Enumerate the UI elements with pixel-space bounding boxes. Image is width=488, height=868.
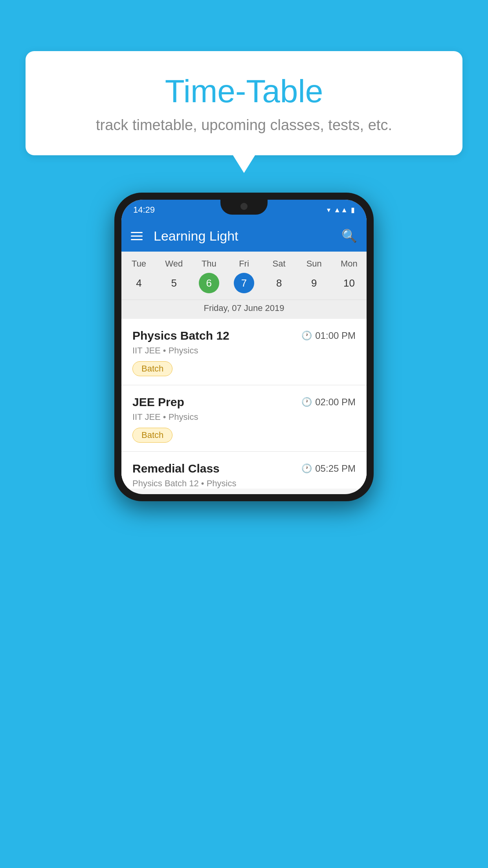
- time-value-2: 02:00 PM: [315, 397, 356, 408]
- bubble-subtitle: track timetable, upcoming classes, tests…: [49, 117, 439, 134]
- day-number-10[interactable]: 10: [332, 273, 367, 293]
- day-number-8[interactable]: 8: [262, 273, 297, 293]
- batch-badge-2: Batch: [132, 428, 172, 443]
- app-title: Learning Light: [154, 228, 334, 244]
- schedule-item-header-3: Remedial Class 🕐 05:25 PM: [132, 462, 356, 475]
- day-number-5[interactable]: 5: [156, 273, 191, 293]
- selected-date-label: Friday, 07 June 2019: [121, 300, 367, 319]
- speech-bubble-container: Time-Table track timetable, upcoming cla…: [26, 51, 462, 155]
- day-name-sun: Sun: [297, 259, 332, 269]
- schedule-item-title-2: JEE Prep: [132, 395, 184, 409]
- phone-mockup: 14:29 ▾ ▲▲ ▮ Learning Light 🔍: [114, 193, 374, 501]
- wifi-icon: ▾: [327, 206, 330, 214]
- schedule-item-3: Remedial Class 🕐 05:25 PM Physics Batch …: [121, 452, 367, 489]
- time-value-1: 01:00 PM: [315, 330, 356, 341]
- day-number-7[interactable]: 7: [226, 273, 261, 293]
- schedule-item-time-1: 🕐 01:00 PM: [301, 330, 356, 341]
- day-name-sat: Sat: [262, 259, 297, 269]
- day-numbers-row: 45678910: [121, 271, 367, 300]
- bubble-title: Time-Table: [49, 73, 439, 110]
- batch-badge-1: Batch: [132, 361, 172, 376]
- day-number-4[interactable]: 4: [121, 273, 156, 293]
- calendar-strip: TueWedThuFriSatSunMon 45678910 Friday, 0…: [121, 252, 367, 319]
- search-icon[interactable]: 🔍: [341, 228, 357, 243]
- phone-outer: 14:29 ▾ ▲▲ ▮ Learning Light 🔍: [114, 193, 374, 501]
- schedule-item-title-3: Remedial Class: [132, 462, 220, 475]
- schedule-item-time-2: 🕐 02:00 PM: [301, 397, 356, 408]
- schedule-item-subtitle-3: Physics Batch 12 • Physics: [132, 478, 356, 489]
- clock-icon-3: 🕐: [301, 463, 312, 474]
- day-name-thu: Thu: [191, 259, 226, 269]
- day-number-6[interactable]: 6: [191, 273, 226, 293]
- app-bar: Learning Light 🔍: [121, 220, 367, 252]
- day-name-mon: Mon: [332, 259, 367, 269]
- clock-icon-2: 🕐: [301, 397, 312, 407]
- day-name-tue: Tue: [121, 259, 156, 269]
- schedule-item-header-2: JEE Prep 🕐 02:00 PM: [132, 395, 356, 409]
- speech-bubble: Time-Table track timetable, upcoming cla…: [26, 51, 462, 155]
- time-value-3: 05:25 PM: [315, 463, 356, 474]
- phone-screen: 14:29 ▾ ▲▲ ▮ Learning Light 🔍: [121, 200, 367, 494]
- phone-camera: [240, 203, 248, 210]
- schedule-item-1: Physics Batch 12 🕐 01:00 PM IIT JEE • Ph…: [121, 319, 367, 385]
- status-icons: ▾ ▲▲ ▮: [327, 206, 355, 214]
- day-names-row: TueWedThuFriSatSunMon: [121, 252, 367, 271]
- day-name-fri: Fri: [226, 259, 261, 269]
- day-number-9[interactable]: 9: [297, 273, 332, 293]
- battery-icon: ▮: [351, 206, 355, 214]
- phone-notch: [220, 200, 268, 215]
- schedule-item-2: JEE Prep 🕐 02:00 PM IIT JEE • Physics Ba…: [121, 385, 367, 452]
- schedule-list: Physics Batch 12 🕐 01:00 PM IIT JEE • Ph…: [121, 319, 367, 489]
- clock-icon-1: 🕐: [301, 331, 312, 341]
- menu-icon[interactable]: [131, 232, 143, 240]
- schedule-item-subtitle-1: IIT JEE • Physics: [132, 346, 356, 356]
- schedule-item-subtitle-2: IIT JEE • Physics: [132, 412, 356, 422]
- schedule-item-header-1: Physics Batch 12 🕐 01:00 PM: [132, 329, 356, 342]
- status-time: 14:29: [133, 205, 155, 215]
- schedule-item-title-1: Physics Batch 12: [132, 329, 229, 342]
- signal-icon: ▲▲: [334, 206, 348, 214]
- day-name-wed: Wed: [156, 259, 191, 269]
- schedule-item-time-3: 🕐 05:25 PM: [301, 463, 356, 474]
